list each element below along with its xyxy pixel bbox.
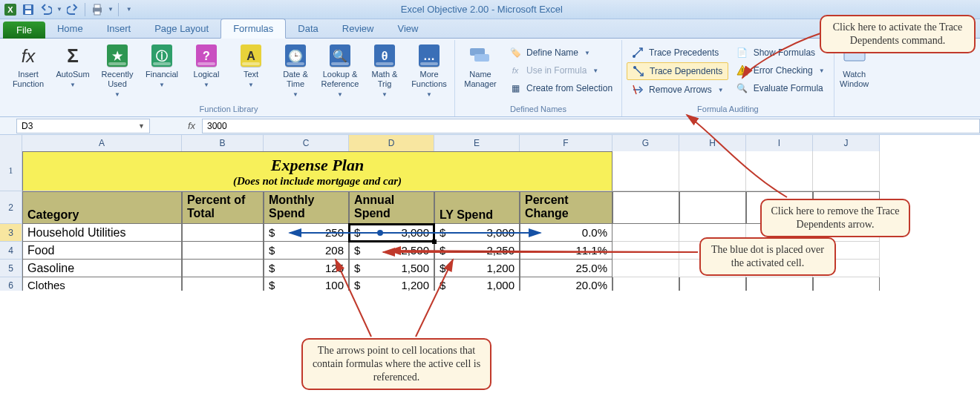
save-icon[interactable] bbox=[21, 2, 36, 17]
svg-rect-3 bbox=[25, 5, 31, 9]
cell-b4[interactable] bbox=[182, 242, 264, 260]
tab-home[interactable]: Home bbox=[45, 19, 95, 38]
math-trig-button[interactable]: θ Math & Trig▼ bbox=[364, 42, 405, 101]
callout-trace-dependents: Click here to activate the Trace Depende… bbox=[820, 15, 976, 53]
cell-b5[interactable] bbox=[182, 260, 264, 277]
cell-d6[interactable]: $1,200 bbox=[349, 277, 434, 291]
svg-point-11 bbox=[633, 66, 636, 69]
tab-file[interactable]: File bbox=[3, 22, 45, 39]
col-header-d[interactable]: D bbox=[349, 135, 434, 152]
dropdown-icon[interactable]: ▼ bbox=[138, 122, 145, 130]
cell-c4[interactable]: $208 bbox=[264, 242, 349, 260]
more-functions-button[interactable]: … More Functions▼ bbox=[408, 42, 450, 101]
insert-function-button[interactable]: fx Insert Function bbox=[7, 42, 49, 90]
tab-data[interactable]: Data bbox=[286, 19, 330, 38]
trace-dependents-button[interactable]: Trace Dependents bbox=[627, 62, 728, 80]
cell-a6[interactable]: Clothes bbox=[22, 277, 182, 291]
financial-button[interactable]: ⓘ Financial▼ bbox=[141, 42, 183, 91]
col-header-c[interactable]: C bbox=[264, 135, 349, 152]
select-all-corner[interactable] bbox=[0, 135, 22, 152]
col-header-i[interactable]: I bbox=[746, 135, 813, 152]
tab-insert[interactable]: Insert bbox=[95, 19, 143, 38]
col-header-h[interactable]: H bbox=[679, 135, 746, 152]
cell-b6[interactable] bbox=[182, 277, 264, 291]
header-annual-spend[interactable]: AnnualSpend bbox=[349, 191, 434, 224]
header-category[interactable]: Category bbox=[22, 191, 182, 224]
text-button[interactable]: A Text▼ bbox=[230, 42, 272, 91]
date-time-button[interactable]: 🕒 Date & Time▼ bbox=[275, 42, 316, 101]
row-header-5[interactable]: 5 bbox=[0, 260, 22, 277]
fx-small-icon: fx bbox=[509, 64, 522, 77]
col-header-g[interactable]: G bbox=[612, 135, 679, 152]
cell-a5[interactable]: Gasoline bbox=[22, 260, 182, 277]
create-from-selection-button[interactable]: ▦ Create from Selection bbox=[504, 80, 617, 96]
cell-d5[interactable]: $1,500 bbox=[349, 260, 434, 277]
cell-f3[interactable]: 0.0% bbox=[520, 224, 612, 242]
cell-b3[interactable] bbox=[182, 224, 264, 242]
cell-d4[interactable]: $2,500 bbox=[349, 242, 434, 260]
header-monthly-spend[interactable]: MonthlySpend bbox=[264, 191, 349, 224]
excel-app-icon[interactable]: X bbox=[3, 2, 18, 17]
row-header-4[interactable]: 4 bbox=[0, 242, 22, 260]
name-box[interactable]: D3 ▼ bbox=[16, 119, 150, 133]
remove-arrows-button[interactable]: Remove Arrows▼ bbox=[627, 82, 728, 98]
col-header-j[interactable]: J bbox=[813, 135, 880, 152]
define-name-button[interactable]: 🏷️ Define Name▼ bbox=[504, 44, 617, 61]
tab-review[interactable]: Review bbox=[330, 19, 386, 38]
cell-a3[interactable]: Household Utilities bbox=[22, 224, 182, 242]
fx-button[interactable]: fx bbox=[181, 120, 202, 131]
cell-e6[interactable]: $1,000 bbox=[434, 277, 520, 291]
cell-c6[interactable]: $100 bbox=[264, 277, 349, 291]
formula-input[interactable]: 3000 bbox=[202, 119, 980, 133]
evaluate-formula-button[interactable]: 🔍 Evaluate Formula bbox=[731, 80, 829, 96]
redo-icon[interactable] bbox=[65, 2, 80, 17]
svg-point-10 bbox=[633, 55, 636, 58]
remove-arrows-icon bbox=[631, 83, 644, 96]
row-header-2[interactable]: 2 bbox=[0, 191, 22, 224]
row-header-3[interactable]: 3 bbox=[0, 224, 22, 242]
trace-precedents-button[interactable]: Trace Precedents bbox=[627, 44, 728, 61]
lookup-reference-button[interactable]: 🔍 Lookup & Reference▼ bbox=[319, 42, 361, 101]
show-formulas-button[interactable]: 📄 Show Formulas bbox=[731, 44, 829, 61]
autosum-button[interactable]: Σ AutoSum▼ bbox=[52, 42, 94, 91]
logical-button[interactable]: ? Logical▼ bbox=[186, 42, 227, 91]
book-theta-icon: θ bbox=[372, 43, 397, 68]
book-question-icon: ? bbox=[194, 43, 219, 68]
cell-c3[interactable]: $250 bbox=[264, 224, 349, 242]
error-checking-button[interactable]: ! Error Checking▼ bbox=[731, 62, 829, 79]
window-title: Excel Objective 2.00 - Microsoft Excel bbox=[135, 4, 829, 15]
qat-customize-icon[interactable]: ▼ bbox=[123, 6, 135, 13]
cell-f6[interactable]: 20.0% bbox=[520, 277, 612, 291]
cell-e3[interactable]: $3,000 bbox=[434, 224, 520, 242]
cell-e5[interactable]: $1,200 bbox=[434, 260, 520, 277]
row-header-1[interactable]: 1 bbox=[0, 151, 22, 191]
undo-icon[interactable] bbox=[39, 2, 53, 17]
cell-f5[interactable]: 25.0% bbox=[520, 260, 612, 277]
col-header-b[interactable]: B bbox=[182, 135, 264, 152]
col-header-a[interactable]: A bbox=[22, 135, 182, 152]
svg-rect-4 bbox=[25, 10, 31, 14]
print-icon[interactable] bbox=[90, 2, 105, 17]
sheet-title: Expense Plan bbox=[271, 156, 364, 175]
header-ly-spend[interactable]: LY Spend bbox=[434, 191, 520, 224]
recently-used-button[interactable]: ★ Recently Used▼ bbox=[97, 42, 138, 101]
show-formulas-icon: 📄 bbox=[736, 46, 749, 59]
row-1: 1 Expense Plan (Does not include mortgag… bbox=[0, 151, 980, 191]
header-percent-total[interactable]: Percent ofTotal bbox=[182, 191, 264, 224]
row-header-6[interactable]: 6 bbox=[0, 277, 22, 291]
col-header-e[interactable]: E bbox=[434, 135, 520, 152]
title-cell[interactable]: Expense Plan (Does not include mortgage … bbox=[22, 151, 612, 191]
tab-page-layout[interactable]: Page Layout bbox=[143, 19, 220, 38]
name-manager-button[interactable]: Name Manager bbox=[460, 42, 501, 90]
cell-a4[interactable]: Food bbox=[22, 242, 182, 260]
header-percent-change[interactable]: PercentChange bbox=[520, 191, 612, 224]
cell-d3[interactable]: $3,000 bbox=[349, 224, 434, 242]
col-header-f[interactable]: F bbox=[520, 135, 612, 152]
use-in-formula-button[interactable]: fx Use in Formula▼ bbox=[504, 62, 617, 79]
cell-f4[interactable]: 11.1% bbox=[520, 242, 612, 260]
book-text-icon: A bbox=[238, 43, 264, 68]
tab-formulas[interactable]: Formulas bbox=[220, 19, 286, 39]
cell-c5[interactable]: $125 bbox=[264, 260, 349, 277]
cell-e4[interactable]: $2,250 bbox=[434, 242, 520, 260]
tab-view[interactable]: View bbox=[385, 19, 430, 38]
